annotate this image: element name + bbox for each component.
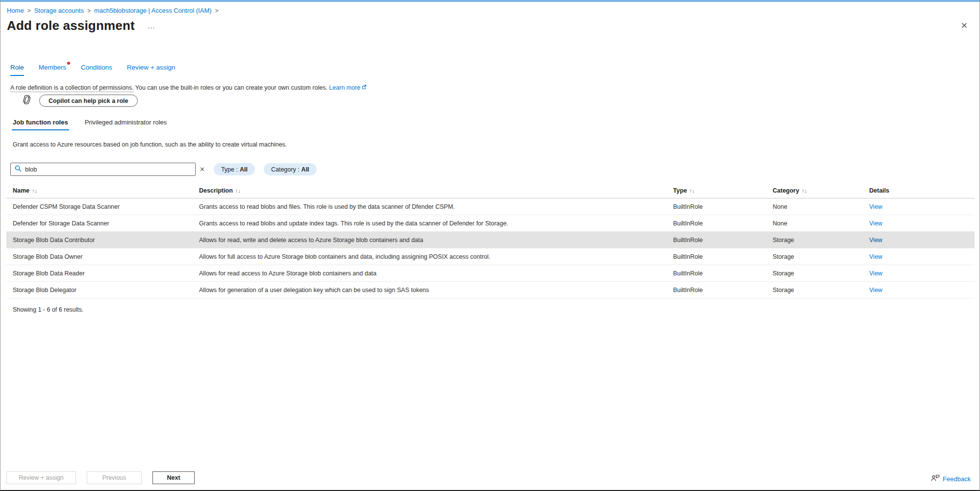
role-category: None <box>773 220 869 227</box>
role-name: Storage Blob Data Owner <box>6 253 199 260</box>
role-type: BuiltInRole <box>673 253 773 260</box>
tab-members-label: Members <box>39 64 66 71</box>
filter-category[interactable]: Category :All <box>264 163 317 175</box>
column-header-details: Details <box>869 187 975 194</box>
subtab-privileged-admin-roles[interactable]: Privileged administrator roles <box>85 119 167 130</box>
roles-table: Name↑↓ Description↑↓ Type↑↓ Category↑↓ D… <box>6 183 975 298</box>
filter-type-label: Type : <box>221 166 238 173</box>
breadcrumb: Home>Storage accounts>mach5blobstorage |… <box>7 7 980 14</box>
feedback-label: Feedback <box>943 475 971 483</box>
role-description: Grants access to read blobs and files. T… <box>199 203 673 210</box>
previous-button[interactable]: Previous <box>87 471 142 484</box>
table-row[interactable]: Defender CSPM Storage Data Scanner Grant… <box>6 198 975 215</box>
tab-conditions[interactable]: Conditions <box>81 64 112 76</box>
clear-search-icon[interactable]: ✕ <box>200 166 205 173</box>
role-description: Allows for full access to Azure Storage … <box>199 253 673 260</box>
next-button[interactable]: Next <box>152 471 195 484</box>
search-icon <box>15 165 22 174</box>
column-header-name[interactable]: Name↑↓ <box>6 187 199 194</box>
chevron-right-icon: > <box>87 7 91 14</box>
role-name: Defender for Storage Data Scanner <box>6 220 199 227</box>
view-details-link[interactable]: View <box>869 220 882 227</box>
close-icon[interactable]: ✕ <box>961 22 968 30</box>
role-name: Storage Blob Data Contributor <box>6 237 199 244</box>
learn-more-link[interactable]: Learn more <box>329 84 360 91</box>
breadcrumb-storage-accounts[interactable]: Storage accounts <box>34 7 84 14</box>
members-alert-dot <box>67 62 70 65</box>
view-details-link[interactable]: View <box>869 203 882 210</box>
filter-category-value: All <box>302 166 309 173</box>
role-type: BuiltInRole <box>673 237 773 244</box>
filter-type[interactable]: Type :All <box>214 163 255 175</box>
view-details-link[interactable]: View <box>869 237 882 244</box>
view-details-link[interactable]: View <box>869 270 882 277</box>
view-details-link[interactable]: View <box>869 287 882 294</box>
column-header-category[interactable]: Category↑↓ <box>773 187 869 194</box>
role-category: None <box>773 203 869 210</box>
role-type: BuiltInRole <box>673 203 773 210</box>
role-definition-description: A role definition is a collection of per… <box>10 84 980 91</box>
role-category: Storage <box>773 253 869 260</box>
sort-icon: ↑↓ <box>32 188 37 194</box>
tab-members[interactable]: Members <box>39 64 66 76</box>
tab-review-assign[interactable]: Review + assign <box>127 64 176 76</box>
role-category: Storage <box>773 287 869 294</box>
role-definition-sentence: A role definition is a collection of per… <box>10 84 134 92</box>
table-header-row: Name↑↓ Description↑↓ Type↑↓ Category↑↓ D… <box>6 183 975 198</box>
role-type: BuiltInRole <box>673 220 773 227</box>
role-name: Storage Blob Delegator <box>6 287 199 294</box>
role-category: Storage <box>773 237 869 244</box>
table-row-selected[interactable]: Storage Blob Data Contributor Allows for… <box>6 232 975 248</box>
tab-role[interactable]: Role <box>10 64 24 76</box>
role-category: Storage <box>773 270 869 277</box>
subtab-job-function-roles[interactable]: Job function roles <box>13 119 68 130</box>
sort-icon: ↑↓ <box>802 188 807 194</box>
table-row[interactable]: Defender for Storage Data Scanner Grants… <box>6 215 975 232</box>
column-header-description[interactable]: Description↑↓ <box>199 187 673 194</box>
more-options-icon[interactable]: … <box>148 22 156 30</box>
grant-access-description: Grant access to Azure resources based on… <box>13 141 980 148</box>
page-title: Add role assignment <box>7 18 135 33</box>
chevron-right-icon: > <box>27 7 31 14</box>
view-details-link[interactable]: View <box>869 253 882 260</box>
breadcrumb-home[interactable]: Home <box>7 7 24 14</box>
table-row[interactable]: Storage Blob Data Reader Allows for read… <box>6 265 975 282</box>
column-header-type[interactable]: Type↑↓ <box>673 187 773 194</box>
table-row[interactable]: Storage Blob Data Owner Allows for full … <box>6 248 975 265</box>
results-summary: Showing 1 - 6 of 6 results. <box>13 306 980 313</box>
role-search-box[interactable] <box>10 163 196 176</box>
search-input[interactable] <box>25 166 191 173</box>
role-definition-sentence-rest: You can use the built-in roles or you ca… <box>135 84 327 91</box>
role-description: Allows for read, write and delete access… <box>199 237 673 244</box>
feedback-link[interactable]: Feedback <box>931 474 971 483</box>
breadcrumb-storage-account-iam[interactable]: mach5blobstorage | Access Control (IAM) <box>94 7 212 14</box>
chevron-right-icon: > <box>215 7 219 14</box>
role-description: Allows for generation of a user delegati… <box>199 287 673 294</box>
filter-category-label: Category : <box>271 166 300 173</box>
role-type: BuiltInRole <box>673 270 773 277</box>
role-name: Storage Blob Data Reader <box>6 270 199 277</box>
role-name: Defender CSPM Storage Data Scanner <box>6 203 199 210</box>
table-row[interactable]: Storage Blob Delegator Allows for genera… <box>6 282 975 298</box>
role-type: BuiltInRole <box>673 287 773 294</box>
role-type-subtabs: Job function roles Privileged administra… <box>13 119 980 130</box>
copilot-help-button[interactable]: Copilot can help pick a role <box>39 95 138 107</box>
feedback-icon <box>931 474 940 483</box>
copilot-icon <box>21 95 32 107</box>
role-description: Allows for read access to Azure Storage … <box>199 270 673 277</box>
wizard-tabs: Role Members Conditions Review + assign <box>10 64 980 76</box>
review-assign-button[interactable]: Review + assign <box>6 471 76 484</box>
sort-icon: ↑↓ <box>235 188 241 194</box>
external-link-icon <box>362 84 367 91</box>
sort-icon: ↑↓ <box>689 188 695 194</box>
filter-type-value: All <box>240 166 248 173</box>
accent-top-bar <box>0 0 980 2</box>
role-description: Grants access to read blobs and update i… <box>199 220 673 227</box>
